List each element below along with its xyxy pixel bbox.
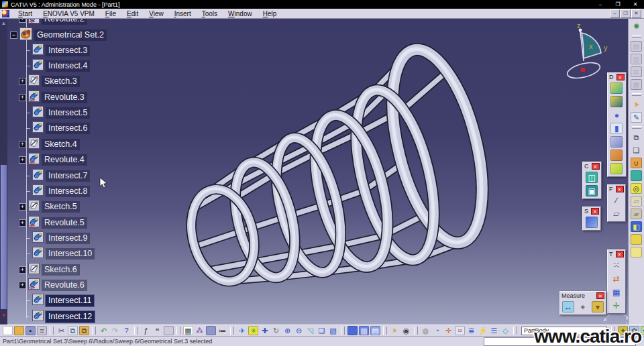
pocket-icon[interactable]: ▰	[631, 209, 642, 219]
expand-toggle[interactable]: +	[19, 203, 26, 211]
split-icon[interactable]: ∪	[631, 158, 642, 168]
tree-item-label[interactable]: Revolute.6	[42, 280, 87, 291]
tree-item-label[interactable]: Revolute.5	[42, 217, 87, 229]
shaded-edges-hidden-icon[interactable]: ▤	[370, 326, 380, 335]
measure-inertia-icon[interactable]: ▾	[592, 301, 604, 312]
tree-item-sketch-6[interactable]: + Sketch.6	[19, 263, 80, 277]
tree-scrollbar[interactable]: ▲ ▼	[0, 19, 7, 325]
tree-item-sketch-4[interactable]: + Sketch.4	[19, 137, 80, 152]
tree-item-intersect-7[interactable]: Intersect.7	[26, 169, 90, 183]
floating-toolbar-s[interactable]: S✕	[582, 207, 601, 231]
tree-item-label[interactable]: Revolute.3	[42, 92, 87, 103]
paste-icon[interactable]: ⧉	[79, 326, 89, 335]
tree-item-label[interactable]: Intersect.8	[46, 186, 90, 197]
tree-item-label[interactable]: Intersect.9	[46, 233, 90, 244]
tree-structure-icon[interactable]: ⁂	[195, 326, 205, 335]
menu-view[interactable]: View	[144, 10, 169, 17]
tree-item-intersect-5[interactable]: Intersect.5	[26, 106, 90, 120]
tree-item-label[interactable]: Intersect.7	[46, 170, 90, 182]
menu-start[interactable]: Start	[13, 10, 38, 17]
close-icon[interactable]: ✕	[616, 74, 625, 80]
select-arrow-icon[interactable]: ➤	[629, 97, 643, 113]
tree-item-label[interactable]: Geometrical Set.2	[34, 30, 107, 41]
zoom-out-icon[interactable]: ⊖	[294, 326, 304, 335]
normal-view-icon[interactable]: ◹	[305, 326, 315, 335]
knowledge-icon[interactable]	[164, 326, 174, 335]
expand-toggle[interactable]: +	[19, 94, 26, 101]
rectangular-pattern-icon[interactable]: ▦	[610, 286, 623, 298]
floating-measure[interactable]: Measure✕↔⌖▾	[559, 291, 606, 315]
mdi-close-button[interactable]: ✕	[631, 9, 641, 18]
expand-toggle[interactable]: +	[19, 141, 26, 148]
offset-surface-icon[interactable]	[610, 136, 623, 148]
floating-toolbar-d[interactable]: D✕●▮	[607, 72, 627, 177]
table-icon[interactable]: ▦	[183, 326, 193, 335]
fit-all-in-icon[interactable]: ✳	[248, 326, 258, 335]
menu-tools[interactable]: Tools	[197, 10, 223, 17]
tree-item-label[interactable]: Intersect.5	[46, 107, 90, 119]
revolve-surface-icon[interactable]	[610, 96, 623, 107]
tree-item-intersect-9[interactable]: Intersect.9	[26, 231, 90, 245]
redo-icon[interactable]: ↷	[110, 326, 120, 335]
tree-item-revolute-4[interactable]: + Revolute.4	[19, 153, 87, 167]
tree-item-label[interactable]: Intersect.3	[46, 45, 90, 56]
close-icon[interactable]: ✕	[596, 292, 604, 299]
save-icon[interactable]: ▪	[25, 326, 36, 335]
3d-viewport[interactable]: z x y x y ▲ ▼ + Revolute.2−	[0, 19, 644, 325]
polish-icon[interactable]	[631, 247, 642, 257]
multi-point-icon[interactable]: ⁙	[610, 260, 623, 271]
expand-toggle[interactable]: +	[19, 282, 26, 289]
section-icon[interactable]: ◫	[586, 172, 598, 183]
mdi-restore-button[interactable]: ❐	[621, 9, 631, 18]
rotate-icon[interactable]: ↻	[271, 326, 281, 335]
tree-item-intersect-4[interactable]: Intersect.4	[26, 59, 90, 73]
close-surface-icon[interactable]	[631, 170, 642, 181]
tree-item-revolute-6[interactable]: + Revolute.6	[19, 278, 87, 292]
floating-toolbar-c[interactable]: C✕◫▣	[582, 162, 602, 199]
line-icon[interactable]: ∕	[610, 194, 623, 206]
cylinder-icon[interactable]: ▮	[610, 123, 623, 134]
tree-item-label[interactable]: Sketch.3	[42, 76, 80, 87]
section-slice-icon[interactable]: ▣	[586, 185, 598, 196]
expand-toggle[interactable]: +	[19, 266, 26, 274]
multi-view-icon[interactable]: ❏	[317, 326, 327, 335]
tree-item-label[interactable]: Intersect.12	[46, 311, 95, 323]
tree-item-label[interactable]: Intersect.4	[46, 60, 90, 72]
tree-item-intersect-6[interactable]: Intersect.6	[26, 121, 90, 135]
tree-item-revolute-2[interactable]: + Revolute.2	[19, 19, 87, 26]
print-icon[interactable]: ≡	[37, 326, 47, 335]
hole-icon[interactable]: ◎	[631, 183, 642, 194]
floating-toolbar-f[interactable]: F✕∕▱	[607, 184, 626, 222]
fill-surface-icon[interactable]	[610, 163, 623, 174]
formula-icon[interactable]: ƒ	[141, 326, 151, 335]
tree-item-label[interactable]: Intersect.6	[46, 123, 90, 134]
scroll-thumb[interactable]	[1, 165, 7, 309]
undo-icon[interactable]: ↶	[99, 326, 109, 335]
color-cube-icon[interactable]: ◧	[631, 221, 642, 232]
globe-icon[interactable]: ◔	[432, 326, 442, 335]
compass[interactable]: z x y	[549, 21, 609, 84]
expand-toggle[interactable]: +	[19, 156, 26, 164]
measure-item-icon[interactable]: ⌖	[577, 301, 589, 312]
lock-icon[interactable]	[206, 326, 216, 335]
close-icon[interactable]: ✕	[616, 186, 624, 192]
expand-toggle[interactable]: +	[19, 219, 26, 227]
scroll-up-arrow[interactable]: ▲	[0, 20, 7, 26]
sweep-icon[interactable]	[586, 217, 598, 228]
tree-item-intersect-3[interactable]: Intersect.3	[26, 44, 90, 58]
sphere-icon[interactable]: ●	[610, 109, 623, 121]
expand-toggle[interactable]: +	[19, 78, 26, 85]
iso-view-icon[interactable]: ▧	[328, 326, 338, 335]
extrude-surface-icon[interactable]	[610, 82, 623, 94]
translate-icon[interactable]: ⇄	[610, 273, 623, 284]
tree-item-label[interactable]: Sketch.6	[42, 264, 80, 276]
new-file-icon[interactable]	[3, 326, 13, 335]
menu-insert[interactable]: Insert	[169, 10, 197, 17]
menu-file[interactable]: File	[100, 10, 121, 17]
tree-item-revolute-5[interactable]: + Revolute.5	[19, 216, 87, 230]
tree-item-intersect-11[interactable]: Intersect.11	[26, 294, 94, 308]
expand-toggle[interactable]: +	[19, 19, 26, 23]
close-icon[interactable]: ✕	[616, 251, 624, 257]
close-button[interactable]: ✕	[627, 0, 644, 9]
window-layer-icon[interactable]: ❏	[631, 145, 642, 156]
